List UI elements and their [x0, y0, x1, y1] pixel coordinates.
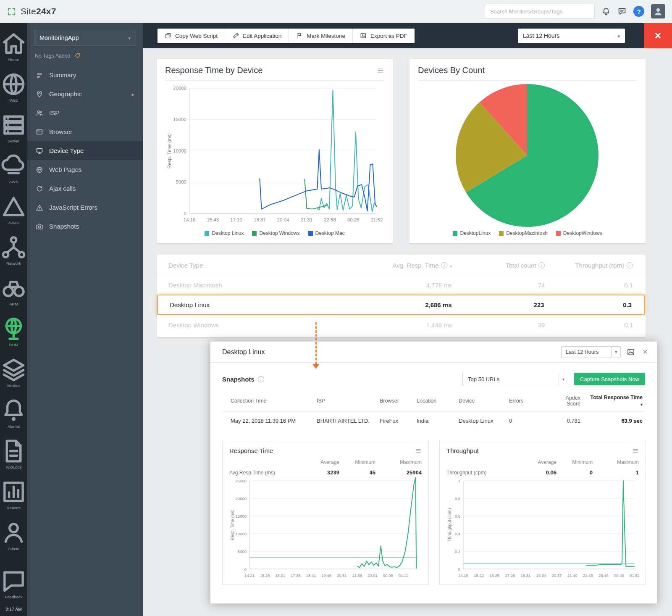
edit-icon — [232, 32, 239, 39]
svg-text:23:46: 23:46 — [598, 573, 609, 578]
app-selector[interactable]: MonitoringApp — [34, 30, 136, 46]
close-dashboard-button[interactable]: × — [644, 23, 672, 48]
card-title: Devices By Count — [418, 66, 485, 75]
left-nav-item-reports[interactable]: Reports — [0, 474, 27, 514]
tags-row[interactable]: No Tags Added — [27, 49, 143, 66]
overlay-close-icon[interactable]: × — [641, 347, 649, 357]
legend-item[interactable]: Desktop Mac — [308, 230, 345, 236]
left-nav-label: Home — [0, 57, 27, 62]
sidebar-item-browser[interactable]: Browser — [27, 122, 143, 141]
search-input[interactable] — [485, 4, 595, 19]
url-filter-select[interactable]: Top 50 URLs — [462, 373, 568, 385]
legend-item[interactable]: Desktop Linux — [205, 230, 244, 236]
left-nav-item-applogs[interactable]: AppLogs — [0, 433, 27, 474]
device-row-desktop-linux[interactable]: Desktop Linux2,686 ms2230.3 — [157, 295, 645, 315]
left-nav-item-azure[interactable]: Azure — [0, 188, 27, 229]
left-nav-item-server[interactable]: Server — [0, 107, 27, 147]
stat-header: Minimum — [339, 459, 375, 465]
toolbar: Copy Web ScriptEdit ApplicationMark Mile… — [143, 23, 672, 48]
left-nav-item-home[interactable]: Home — [0, 25, 27, 66]
sidebar-item-web-pages[interactable]: Web Pages — [27, 160, 143, 179]
overlay-time-range-select[interactable]: Last 12 Hours — [561, 346, 621, 358]
help-icon[interactable]: ? — [633, 6, 644, 17]
device-row-desktop-macintosh[interactable]: Desktop Macintosh4,776 ms740.1 — [157, 275, 646, 295]
left-nav-item-alarms[interactable]: Alarms — [0, 392, 27, 433]
admin-icon — [0, 519, 27, 546]
isp-icon — [36, 109, 43, 117]
pie-legend: DesktopLinuxDesktopMacintoshDesktopWindo… — [418, 229, 637, 239]
sidebar-item-geographic[interactable]: Geographic — [27, 84, 143, 103]
sidebar-item-javascript-errors[interactable]: JavaScript Errors — [27, 198, 143, 217]
svg-text:5000: 5000 — [238, 549, 247, 554]
legend-swatch — [308, 231, 313, 236]
legend-item[interactable]: DesktopLinux — [453, 230, 491, 236]
time-range-select[interactable]: Last 12 Hours — [518, 29, 625, 43]
snapshot-row[interactable]: May 22, 2018 11:39:16 PMBHARTI AIRTEL LT… — [222, 411, 645, 430]
button-label: Mark Milestone — [307, 33, 345, 39]
total-count: 223 — [465, 301, 557, 308]
chart-menu-icon[interactable] — [377, 67, 384, 74]
copy-web-script-button[interactable]: Copy Web Script — [158, 29, 225, 43]
snap-col-total-response-time[interactable]: Total Response Time — [580, 395, 643, 407]
svg-text:25000: 25000 — [236, 479, 247, 483]
drilldown-header: Desktop Linux Last 12 Hours × — [210, 342, 657, 363]
sidebar-item-snapshots[interactable]: Snapshots — [27, 217, 143, 236]
devices-by-count-chart — [418, 82, 636, 229]
avg-resp-time: 1,448 ms — [352, 321, 465, 329]
main-area: Copy Web ScriptEdit ApplicationMark Mile… — [143, 23, 672, 616]
avatar[interactable] — [651, 4, 665, 18]
svg-text:19:34: 19:34 — [536, 573, 546, 578]
snapshots-table-rows: May 22, 2018 11:39:16 PMBHARTI AIRTEL LT… — [222, 411, 645, 430]
sort-caret-icon — [450, 262, 452, 269]
sidebar-item-summary[interactable]: Summary — [27, 66, 143, 84]
snapshots-header: Snapshots Top 50 URLs Capture Snapshots … — [222, 373, 645, 385]
svg-text:Throughput (cpm): Throughput (cpm) — [447, 508, 452, 541]
export-image-icon[interactable] — [627, 348, 635, 356]
globe-icon — [0, 71, 27, 98]
device-type-icon — [36, 147, 43, 155]
mark-milestone-button[interactable]: Mark Milestone — [289, 29, 353, 43]
message-icon[interactable] — [617, 7, 627, 16]
snap-col-collection-time: Collection Time — [231, 398, 317, 404]
column-header-avg-resp-time[interactable]: Avg. Resp. Time — [352, 262, 465, 269]
legend-swatch — [499, 231, 504, 236]
snap-col-device: Device — [459, 398, 509, 404]
chart-menu-icon[interactable] — [415, 448, 422, 454]
throughput: 0.3 — [557, 301, 644, 308]
legend-item[interactable]: DesktopWindows — [556, 230, 602, 236]
app-selector-label: MonitoringApp — [39, 34, 79, 41]
export-as-pdf-button[interactable]: Export as PDF — [353, 29, 415, 43]
device-name: Desktop Linux — [158, 301, 352, 308]
svg-text:18:37: 18:37 — [254, 217, 266, 222]
left-nav-item-web[interactable]: Web — [0, 66, 27, 107]
devices-by-count-card: Devices By Count DesktopLinuxDesktopMaci… — [410, 59, 646, 243]
snapshot-cell: Desktop Linux — [459, 418, 509, 424]
overlay-throughput-card: Throughput AverageMinimumMaximumThroughp… — [439, 441, 646, 584]
capture-snapshots-button[interactable]: Capture Snapshots Now — [574, 373, 645, 385]
left-nav-item-admin[interactable]: Admin — [0, 514, 27, 555]
legend-label: DesktopLinux — [460, 230, 491, 236]
throughput-stats: AverageMinimumMaximumThroughput (cpm)0.0… — [446, 459, 639, 476]
device-row-desktop-windows[interactable]: Desktop Windows1,448 ms390.1 — [157, 315, 646, 334]
left-nav-item-metrics[interactable]: Metrics — [0, 351, 27, 392]
legend-label: Desktop Windows — [259, 230, 299, 236]
left-nav-item-rum[interactable]: RUM — [0, 311, 27, 351]
edit-application-button[interactable]: Edit Application — [225, 29, 289, 43]
stat-value: 3239 — [303, 469, 339, 476]
chart-menu-icon[interactable] — [632, 448, 639, 454]
legend-item[interactable]: DesktopMacintosh — [499, 230, 548, 236]
left-nav-item-feedback[interactable]: Feedback — [0, 563, 27, 603]
metrics-icon — [0, 356, 27, 383]
sidebar-item-isp[interactable]: ISP — [27, 103, 143, 122]
left-nav-item-apm[interactable]: APM — [0, 270, 27, 311]
svg-text:14:19: 14:19 — [458, 573, 468, 578]
bell-icon[interactable] — [601, 7, 611, 16]
snap-col-apdex-score: Apdex Score — [559, 395, 580, 407]
svg-text:20:37: 20:37 — [552, 573, 562, 578]
sidebar-item-ajax-calls[interactable]: Ajax calls — [27, 179, 143, 198]
svg-text:20000: 20000 — [236, 496, 247, 501]
left-nav-item-network[interactable]: Network — [0, 229, 27, 270]
left-nav-item-aws[interactable]: AWS — [0, 147, 27, 188]
legend-item[interactable]: Desktop Windows — [252, 230, 299, 236]
sidebar-item-device-type[interactable]: Device Type — [27, 141, 143, 160]
